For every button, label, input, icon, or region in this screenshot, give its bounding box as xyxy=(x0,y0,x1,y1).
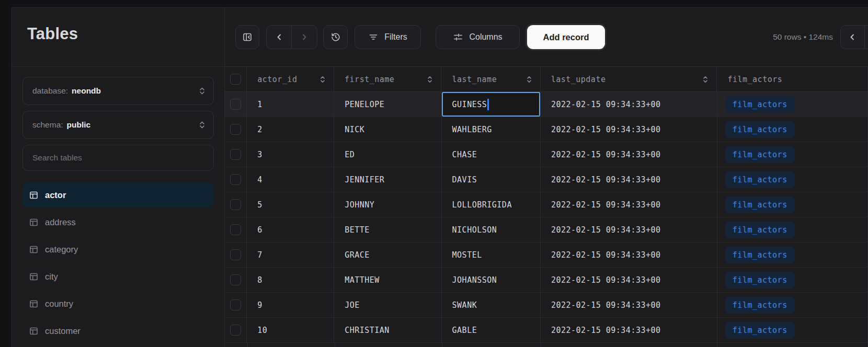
cell-last_update[interactable]: 2022-02-15 09:34:33+00 xyxy=(541,242,717,267)
cell-first_name[interactable]: JOHNNY xyxy=(334,192,441,217)
cell-last_name[interactable]: WAHLBERG xyxy=(442,117,541,142)
sort-icon[interactable] xyxy=(702,75,709,83)
column-header-last_name[interactable]: last_name xyxy=(441,67,540,91)
cell-first_name[interactable]: JOE xyxy=(334,293,441,317)
cell-last_name[interactable]: GABLE xyxy=(442,318,541,342)
cell-first_name[interactable]: MATTHEW xyxy=(334,268,441,292)
sidebar-item-customer[interactable]: customer xyxy=(22,318,214,343)
cell-actor_id[interactable]: 2 xyxy=(247,117,334,142)
cell-actor_id[interactable]: 7 xyxy=(247,242,334,267)
filters-button[interactable]: Filters xyxy=(355,25,421,49)
cell-last_name[interactable]: SWANK xyxy=(442,293,541,317)
scroll-columns-right-button[interactable] xyxy=(865,26,868,49)
next-page-button[interactable] xyxy=(292,26,317,49)
database-select[interactable]: database: neondb xyxy=(22,77,214,105)
sidebar-item-country[interactable]: country xyxy=(22,291,214,316)
cell-last_update[interactable]: 2022-02-15 09:34:33+00 xyxy=(541,167,717,192)
cell-actor_id[interactable]: 9 xyxy=(247,293,334,317)
cell-actor_id[interactable]: 8 xyxy=(247,268,334,292)
column-header-film_actors[interactable]: film_actors xyxy=(717,67,868,91)
row-checkbox[interactable] xyxy=(230,174,241,185)
column-header-first_name[interactable]: first_name xyxy=(334,67,441,91)
film-actors-badge[interactable]: film_actors xyxy=(725,247,795,263)
sidebar-item-category[interactable]: category xyxy=(22,237,214,262)
select-all-checkbox[interactable] xyxy=(230,74,241,85)
cell-last_update[interactable]: 2022-02-15 09:34:33+00 xyxy=(541,293,717,317)
cell-last_name[interactable]: MOSTEL xyxy=(442,242,541,267)
cell-first_name[interactable]: CHRISTIAN xyxy=(334,318,441,342)
film-actors-badge[interactable]: film_actors xyxy=(725,196,795,213)
search-tables-input[interactable] xyxy=(22,145,214,171)
cell-actor_id[interactable]: 4 xyxy=(247,167,334,192)
cell-last_name[interactable]: CHASE xyxy=(442,142,541,167)
film-actors-badge[interactable]: film_actors xyxy=(725,121,795,138)
editing-cell-last_name[interactable]: GUINESS xyxy=(442,92,541,117)
row-select-cell xyxy=(225,293,247,317)
cell-first_name[interactable]: BETTE xyxy=(334,217,441,242)
cell-actor_id[interactable]: 5 xyxy=(247,192,334,217)
row-checkbox[interactable] xyxy=(230,299,241,310)
cell-value: GUINESS xyxy=(452,100,487,109)
row-checkbox[interactable] xyxy=(230,199,241,210)
row-checkbox[interactable] xyxy=(230,99,241,110)
cell-first_name[interactable]: NICK xyxy=(334,117,441,142)
cell-value: GRACE xyxy=(345,250,370,260)
cell-last_update[interactable]: 2022-02-15 09:34:33+00 xyxy=(541,92,717,117)
film-actors-badge[interactable]: film_actors xyxy=(725,322,795,339)
column-header-last_update[interactable]: last_update xyxy=(541,67,717,91)
cell-value: 2022-02-15 09:34:33+00 xyxy=(551,100,661,109)
add-record-button[interactable]: Add record xyxy=(527,25,605,49)
cell-first_name[interactable]: JENNIFER xyxy=(334,167,441,192)
sidebar-item-actor[interactable]: actor xyxy=(22,182,214,207)
row-checkbox[interactable] xyxy=(230,249,241,260)
sort-icon[interactable] xyxy=(319,75,326,83)
cell-actor_id[interactable]: 10 xyxy=(247,318,334,342)
column-header-actor_id[interactable]: actor_id xyxy=(247,67,334,91)
sort-icon[interactable] xyxy=(526,75,532,83)
film-actors-badge[interactable]: film_actors xyxy=(725,222,795,238)
table-name: customer xyxy=(45,326,81,336)
row-checkbox[interactable] xyxy=(230,224,241,235)
film-actors-badge[interactable]: film_actors xyxy=(725,272,795,288)
film-actors-badge[interactable]: film_actors xyxy=(725,171,795,188)
cell-last_name[interactable]: LOLLOBRIGIDA xyxy=(442,192,541,217)
cell-last_update[interactable]: 2022-02-15 09:34:33+00 xyxy=(541,192,717,217)
cell-last_update[interactable]: 2022-02-15 09:34:33+00 xyxy=(541,117,717,142)
cell-actor_id[interactable]: 1 xyxy=(247,92,334,117)
row-checkbox[interactable] xyxy=(230,325,241,336)
cell-last_name[interactable]: DAVIS xyxy=(442,167,541,192)
cell-last_update[interactable]: 2022-02-15 09:34:33+00 xyxy=(541,217,717,242)
row-checkbox[interactable] xyxy=(230,274,241,285)
film-actors-badge[interactable]: film_actors xyxy=(725,146,795,163)
row-checkbox[interactable] xyxy=(230,149,241,160)
query-history-button[interactable] xyxy=(323,25,348,49)
unfold-icon xyxy=(198,87,206,96)
scroll-columns-left-button[interactable] xyxy=(841,26,865,49)
cell-last_update[interactable]: 2022-02-15 09:34:33+00 xyxy=(541,268,717,292)
cell-first_name[interactable]: GRACE xyxy=(334,242,441,267)
cell-last_update[interactable]: 2022-02-15 09:34:33+00 xyxy=(541,142,717,167)
cell-last_name[interactable]: JOHANSSON xyxy=(442,268,541,292)
sidebar-item-address[interactable]: address xyxy=(22,210,214,235)
cell-actor_id[interactable]: 3 xyxy=(247,142,334,167)
filters-button-label: Filters xyxy=(384,32,407,42)
cell-value: 3 xyxy=(257,150,262,159)
cell-actor_id[interactable]: 6 xyxy=(247,217,334,242)
film-actors-badge[interactable]: film_actors xyxy=(725,297,795,314)
row-select-cell xyxy=(225,167,247,192)
schema-select[interactable]: schema: public xyxy=(22,111,214,139)
cell-last_name[interactable]: NICHOLSON xyxy=(442,217,541,242)
prev-page-button[interactable] xyxy=(267,26,292,49)
sort-icon[interactable] xyxy=(427,75,433,83)
film-actors-badge[interactable]: film_actors xyxy=(725,96,795,113)
cell-value: 2 xyxy=(257,125,262,134)
sidebar-item-city[interactable]: city xyxy=(22,264,214,289)
collapse-sidebar-button[interactable] xyxy=(235,25,259,49)
cell-last_update[interactable]: 2022-02-15 09:34:33+00 xyxy=(541,318,717,342)
row-checkbox[interactable] xyxy=(230,124,241,135)
columns-button[interactable]: Columns xyxy=(436,25,520,49)
cell-first_name[interactable]: ED xyxy=(334,142,441,167)
cell-value: 2022-02-15 09:34:33+00 xyxy=(551,150,661,159)
cell-film_actors: film_actors xyxy=(717,242,868,267)
cell-first_name[interactable]: PENELOPE xyxy=(334,92,441,117)
